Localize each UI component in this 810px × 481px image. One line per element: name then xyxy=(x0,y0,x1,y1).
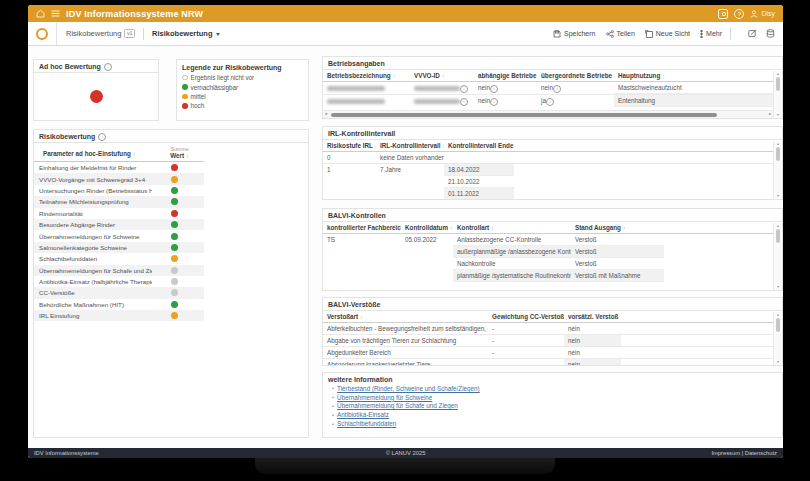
cadenza-logo-icon[interactable] xyxy=(28,22,57,45)
info-icon[interactable]: i xyxy=(546,98,554,106)
table-row[interactable]: ineinineiniMastschweineaufzucht xyxy=(323,82,773,95)
info-link[interactable]: Übernahmemeldung für Schafe und Ziegen xyxy=(337,402,458,409)
scroll-up-arrow-icon[interactable]: ▲ xyxy=(774,224,782,228)
info-icon[interactable]: i xyxy=(490,98,498,106)
scroll-right-arrow-icon[interactable]: ► xyxy=(768,112,772,116)
risk-parameter-row[interactable]: VVVO-Vorgänge mit Schweregrad 3+4 xyxy=(34,173,204,184)
column-header[interactable]: übergeordnete Betriebe↑ xyxy=(537,70,614,81)
column-header[interactable]: Verstoßart↑ xyxy=(323,311,488,322)
table-body: TS05.09.2022Anlassbezogene CC-Kontrollea… xyxy=(323,234,773,282)
scroll-up-arrow-icon[interactable]: ▲ xyxy=(774,72,782,76)
datasets-icon[interactable] xyxy=(766,29,775,38)
user-icon[interactable] xyxy=(750,10,758,18)
risk-parameter-row[interactable]: Besondere Abgänge Rinder xyxy=(34,219,204,230)
scroll-left-arrow-icon[interactable]: ◄ xyxy=(324,112,328,116)
column-label: kontrollierter Fachbereich xyxy=(327,224,401,231)
scroll-down-arrow-icon[interactable]: ▼ xyxy=(774,360,782,364)
scroll-up-arrow-icon[interactable]: ▲ xyxy=(774,313,782,317)
risk-parameter-row[interactable]: Antibiotika-Einsatz (halbjährliche Thera… xyxy=(34,276,204,287)
user-name[interactable]: Disy xyxy=(761,10,775,17)
home-icon[interactable] xyxy=(36,9,45,18)
column-header[interactable]: Hauptnutzung↑ xyxy=(614,70,773,81)
help-icon[interactable]: ? xyxy=(734,9,744,19)
risk-parameter-row[interactable]: IRL Einstufung xyxy=(34,310,204,321)
info-icon[interactable]: i xyxy=(460,98,468,106)
column-header[interactable]: Betriebsbezeichnung↑ xyxy=(323,70,410,81)
column-header[interactable]: Gewichtung CC-Verstoß↑ xyxy=(488,311,564,322)
column-header-wert[interactable]: Summe Wert↕ xyxy=(157,146,202,159)
toolbar-divider xyxy=(143,28,144,40)
column-header[interactable]: Kontrolldatum↑ xyxy=(401,222,453,233)
vorsaetzlich-cell: nein xyxy=(564,335,621,346)
risk-parameter-row[interactable]: CC-Verstöße xyxy=(34,287,204,298)
info-link[interactable]: Übernahmemeldung für Schweine xyxy=(337,394,432,401)
column-header[interactable]: Kontrollintervall Ende↑ xyxy=(444,140,514,151)
risk-parameter-row[interactable]: Behördliche Maßnahmen (HIT) xyxy=(34,299,204,310)
menu-icon[interactable] xyxy=(51,10,60,17)
info-link[interactable]: Antibiotika-Einsatz xyxy=(337,411,389,418)
column-header[interactable]: Stand Ausgang↑ xyxy=(571,222,664,233)
column-header[interactable]: VVVO-ID↑ xyxy=(410,70,474,81)
vertical-scrollbar[interactable]: ▲▼ xyxy=(773,71,782,118)
parameter-label: Rindermortalität xyxy=(34,210,152,217)
stand-ausgang-value: Verstoß mit Maßnahme xyxy=(571,270,664,282)
table-row[interactable]: TS05.09.2022Anlassbezogene CC-Kontrollea… xyxy=(323,234,773,282)
table-header: Parameter ad hoc-Einstufung↑ Summe Wert↕ xyxy=(34,143,204,162)
horizontal-scrollbar[interactable]: ◄► xyxy=(323,110,773,118)
scroll-down-arrow-icon[interactable]: ▼ xyxy=(774,113,782,117)
info-icon[interactable]: i xyxy=(98,133,106,141)
new-view-button[interactable]: Neue Sicht xyxy=(645,30,690,38)
notes-icon[interactable] xyxy=(748,29,757,38)
table-row[interactable]: Abgedunkelter Bereich-nein xyxy=(323,347,773,359)
info-icon[interactable]: i xyxy=(104,63,112,71)
share-button[interactable]: Teilen xyxy=(606,30,635,38)
column-header[interactable]: abhängige Betriebe↑ xyxy=(474,70,537,81)
table-row[interactable]: 17 Jahre18.04.202221.10.202201.11.2022 xyxy=(323,164,773,200)
risk-parameter-row[interactable]: Teilnahme Milchleistungsprüfung xyxy=(34,196,204,207)
verstossart-cell: Absonderung kranker/verletzter Tiere xyxy=(323,359,488,366)
risk-parameter-row[interactable]: Übernahmemeldungen für Schafe und Ziegen xyxy=(34,265,204,276)
column-header[interactable]: vorsätzl. Verstoß↑ xyxy=(564,311,621,322)
column-header-filler xyxy=(621,311,773,322)
risk-parameter-row[interactable]: Salmonellenkategorie Schweine xyxy=(34,242,204,253)
panel-title-row: Risikobewertung i xyxy=(34,130,308,143)
risk-parameter-row[interactable]: Untersuchungen Rinder (Betriebsstatus HI… xyxy=(34,185,204,196)
scrollbar-thumb[interactable] xyxy=(776,147,780,161)
risk-parameter-row[interactable]: Einhaltung der Meldefrist für Rinder xyxy=(34,162,204,173)
betriebsbezeichnung-cell xyxy=(323,95,410,106)
vertical-scrollbar[interactable]: ▲▼ xyxy=(773,312,782,365)
apps-icon[interactable] xyxy=(718,9,728,19)
column-header[interactable]: IRL-Kontrollintervall↑ xyxy=(376,140,444,151)
scroll-down-arrow-icon[interactable]: ▼ xyxy=(774,285,782,289)
scroll-down-arrow-icon[interactable]: ▼ xyxy=(774,194,782,198)
more-button[interactable]: Mehr xyxy=(700,30,722,38)
column-header[interactable]: Risikostufe IRL↑ xyxy=(323,140,376,151)
risk-parameter-row[interactable]: Übernahmemeldungen für Schweine xyxy=(34,230,204,241)
column-header-parameter[interactable]: Parameter ad hoc-Einstufung↑ xyxy=(39,148,157,159)
workbook-title[interactable]: Risikobewertung v1 xyxy=(66,29,135,38)
save-button[interactable]: Speichern xyxy=(553,30,596,38)
info-icon[interactable]: i xyxy=(460,85,468,93)
info-link[interactable]: Schlachtbefunddaten xyxy=(337,420,396,427)
kontrollart-value: Anlassbezogene CC-Kontrolle xyxy=(453,234,571,246)
risk-parameter-row[interactable]: Schlachtbefunddaten xyxy=(34,253,204,264)
table-row[interactable]: Abferkelbuchten - Bewegungsfreiheit zum … xyxy=(323,323,773,335)
risk-level-dot xyxy=(171,198,178,205)
info-link[interactable]: Tierbestand (Rinder, Schweine und Schafe… xyxy=(337,385,480,392)
table-row[interactable]: 0keine Daten vorhanden xyxy=(323,152,773,164)
table-row[interactable]: Absonderung kranker/verletzter Tiere-nei… xyxy=(323,359,773,366)
vertical-scrollbar[interactable]: ▲▼ xyxy=(773,141,782,199)
scrollbar-thumb[interactable] xyxy=(776,318,780,332)
column-header[interactable]: Kontrollart↑ xyxy=(453,222,571,233)
risk-parameter-row[interactable]: Rindermortalität xyxy=(34,208,204,219)
info-icon[interactable]: i xyxy=(553,85,561,93)
table-row[interactable]: Abgabe von trächtigen Tieren zur Schlach… xyxy=(323,335,773,347)
scroll-up-arrow-icon[interactable]: ▲ xyxy=(774,142,782,146)
scrollbar-thumb[interactable] xyxy=(776,77,780,91)
column-header[interactable]: kontrollierter Fachbereich↑ xyxy=(323,222,401,233)
vertical-scrollbar[interactable]: ▲▼ xyxy=(773,223,782,290)
scrollbar-thumb[interactable] xyxy=(776,229,780,243)
info-icon[interactable]: i xyxy=(490,85,498,93)
view-selector[interactable]: Risikobewertung xyxy=(152,29,219,38)
scrollbar-thumb[interactable] xyxy=(331,113,717,117)
